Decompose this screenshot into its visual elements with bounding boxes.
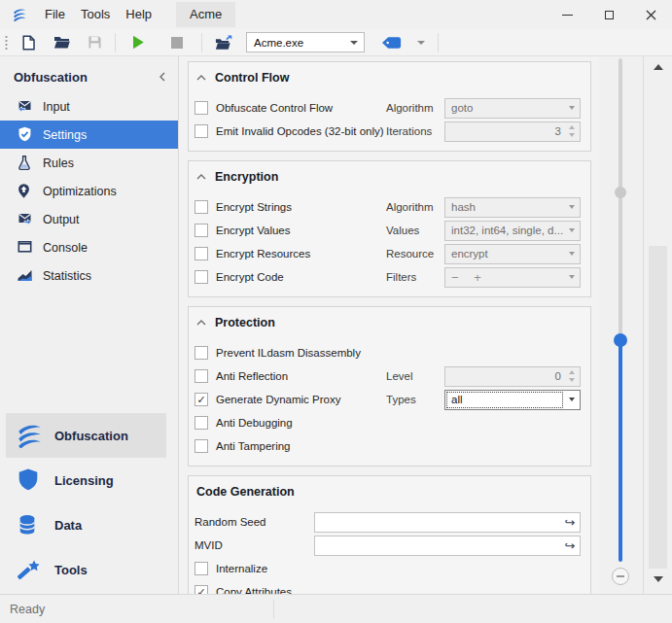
scroll-up-arrow-icon[interactable] [644,60,672,74]
checkbox-anti-reflection[interactable] [195,369,208,383]
checkbox-label: Internalize [216,563,267,574]
collapse-chevron-up-icon[interactable] [196,320,206,326]
settings-row: Encrypt CodeFilters− + [195,265,581,289]
collapse-chevron-up-icon[interactable] [196,75,206,81]
checkbox-label: Copy Attributes [216,586,292,594]
save-icon[interactable] [86,33,103,52]
sidebar-item-label: Rules [43,156,74,170]
slider-track[interactable] [619,58,622,338]
maximize-icon[interactable] [588,0,630,29]
mvid-input[interactable] [315,536,560,555]
redo-icon[interactable]: ↪ [560,539,580,552]
tab-acme[interactable]: Acme [176,2,235,27]
section-header: Code Generation [195,481,581,502]
checkbox-label: Prevent ILdasm Disassembly [216,347,361,359]
chevron-down-icon [563,106,580,110]
checkbox-copy-attributes[interactable]: ✓ [195,585,208,594]
algorithm-select: hash [444,197,581,218]
section-control-flow: Control FlowObfuscate Control FlowAlgori… [188,61,591,152]
sidebar-item-output[interactable]: Output [0,205,178,233]
settings-row: Obfuscate Control FlowAlgorithmgoto [195,96,581,120]
menu-file[interactable]: File [37,0,73,29]
checkbox-obfuscate-control-flow[interactable] [195,101,208,115]
sidebar-item-console[interactable]: Console [0,233,178,261]
checkbox-anti-tampering[interactable] [195,439,208,453]
select-value: encrypt [445,248,563,260]
sidebar-group-label: Tools [54,563,88,577]
chevron-down-icon [563,252,580,256]
open-folder-icon[interactable] [53,33,71,52]
toolbar: Acme.exe [0,29,672,56]
field-name-label: Random Seed [195,516,314,528]
sidebar-item-rules[interactable]: Rules [0,149,178,177]
new-file-icon[interactable] [19,33,37,52]
export-folder-icon[interactable] [215,33,232,52]
sidebar-group-obfuscation[interactable]: Obfuscation [6,413,166,458]
checkbox-encrypt-values[interactable] [195,224,208,237]
zoom-out-minus-icon[interactable] [612,568,629,585]
checkbox-anti-debugging[interactable] [195,416,208,430]
checkbox-encrypt-code[interactable] [195,270,208,284]
sidebar-item-label: Output [43,213,80,226]
field-label: Level [386,370,444,382]
collapse-chevron-up-icon[interactable] [196,174,206,180]
chevron-down-icon [563,275,580,279]
slider-fill [619,340,622,562]
minimize-icon[interactable] [547,0,588,29]
stop-icon[interactable] [168,33,186,52]
spinner-value: 3 [445,125,566,137]
checkbox-generate-dynamic-proxy[interactable]: ✓ [195,393,208,406]
shield-check-icon [17,126,33,143]
section-title: Protection [215,316,275,329]
checkbox-encrypt-resources[interactable] [195,247,208,260]
checkbox-zone: Anti Tampering [195,439,386,453]
collapse-sidebar-chevron-icon[interactable] [159,72,166,82]
select-value: goto [445,102,563,114]
checkbox-encrypt-strings[interactable] [195,200,208,214]
random-seed-input[interactable] [315,513,560,532]
section-header: Encryption [195,166,581,188]
slider-tick-icon [615,187,626,198]
run-icon[interactable] [129,33,147,52]
checkbox-label: Encrypt Strings [216,201,292,213]
sidebar-group-tools[interactable]: Tools [6,547,166,592]
sidebar-item-settings[interactable]: Settings [0,121,178,149]
tag-icon[interactable] [380,33,402,52]
sidebar-group-data[interactable]: Data [6,502,166,547]
sidebar-item-input[interactable]: Input [0,92,178,121]
toolbar-separator [438,33,439,52]
spin-down-icon[interactable] [569,133,575,137]
spin-up-icon[interactable] [569,370,575,374]
sidebar-group-label: Licensing [54,473,114,488]
section-title: Control Flow [215,71,289,85]
tag-dropdown-chevron-icon[interactable] [413,33,429,52]
settings-row: Anti Tampering [195,434,581,458]
spin-down-icon[interactable] [569,378,575,382]
assembly-combobox[interactable]: Acme.exe [246,32,365,52]
menu-tools[interactable]: Tools [73,0,118,29]
values-select: int32, int64, single, d... [444,221,581,241]
redo-icon[interactable]: ↪ [560,516,580,529]
checkbox-zone: ✓Generate Dynamic Proxy [195,393,386,406]
scroll-down-arrow-icon[interactable] [644,572,672,586]
close-icon[interactable] [630,0,672,29]
scrollbar-thumb[interactable] [649,246,667,569]
menu-help[interactable]: Help [118,0,159,29]
slider-thumb[interactable] [614,333,627,347]
sidebar-group-licensing[interactable]: Licensing [6,458,166,502]
algorithm-select: goto [444,98,581,119]
checkbox-prevent-ildasm-disassembly[interactable] [195,346,208,360]
sidebar-item-statistics[interactable]: Statistics [0,261,178,290]
checkbox-internalize[interactable] [195,562,208,575]
checkbox-zone: Obfuscate Control Flow [195,101,386,115]
checkbox-zone: Encrypt Resources [195,247,386,260]
chevron-down-icon[interactable] [563,398,580,401]
types-select[interactable]: all [444,390,581,410]
field-label: Values [386,225,444,236]
checkbox-emit-invalid-opcodes-32-bit-only[interactable] [195,124,208,138]
toolbar-grip-icon[interactable] [5,35,8,51]
sidebar-groups: ObfuscationLicensingDataTools [0,413,178,592]
spin-up-icon[interactable] [569,125,575,129]
sidebar-item-optimizations[interactable]: Optimizations [0,177,178,205]
sidebar-item-label: Settings [43,128,87,142]
